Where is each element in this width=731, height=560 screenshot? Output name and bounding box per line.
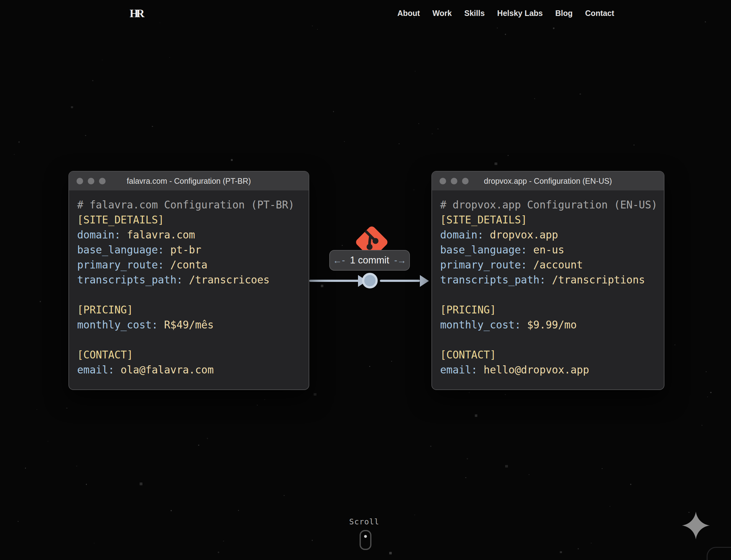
star-dot [560,551,562,553]
window-maximize-button[interactable] [99,178,106,184]
star-dot [465,477,466,478]
code-line-section: [PRICING] [77,303,301,317]
traffic-lights [439,178,468,184]
connector-line-right [380,280,420,282]
star-dot [578,548,579,549]
star-dot [468,392,469,393]
window-titlebar[interactable]: dropvox.app - Configuration (EN-US) [432,172,664,191]
code-value: /conta [170,259,208,271]
mouse-scroll-icon [360,530,371,550]
code-line: monthly_cost:R$49/mês [77,317,301,333]
star-dot [505,34,506,35]
navbar: HR About Work Skills Helsky Labs Blog Co… [0,0,731,29]
nav-item-blog[interactable]: Blog [555,9,573,18]
code-line-blank [440,333,656,347]
commit-node-icon [362,273,378,288]
star-dot [494,163,497,165]
star-dot [257,405,258,406]
star-dot [710,392,711,393]
star-dot [94,543,95,544]
star-dot [391,361,392,362]
window-close-button[interactable] [439,178,446,184]
star-dot [630,484,631,485]
code-value: /account [533,259,583,271]
star-dot [223,541,224,542]
code-line-blank [440,287,656,303]
code-line: domain:falavra.com [77,227,301,243]
star-dot [706,371,707,372]
star-dot [264,399,265,400]
code-line: monthly_cost:$9.99/mo [440,317,656,333]
code-key: primary_route: [77,259,164,271]
code-value: ola@falavra.com [121,364,214,376]
code-value: falavra.com [127,229,195,241]
star-dot [579,93,581,95]
code-section: [PRICING] [440,304,496,316]
commit-right-arrow-icon: -→ [394,255,406,266]
window-minimize-button[interactable] [88,178,94,184]
nav-item-work[interactable]: Work [432,9,452,18]
star-dot [342,245,343,246]
star-dot [18,141,20,143]
code-line: base_language:en-us [440,243,656,257]
star-dot [528,474,529,475]
code-key: primary_route: [440,259,527,271]
traffic-lights [77,178,106,184]
sparkle-icon[interactable] [681,511,711,540]
star-dot [169,57,170,58]
site-logo[interactable]: HR [130,7,143,20]
window-minimize-button[interactable] [451,178,457,184]
star-dot [389,552,392,554]
code-section: [SITE_DETAILS] [77,214,164,226]
star-dot [86,484,87,485]
code-line: email:ola@falavra.com [77,363,301,377]
terminal-window-pt-br: falavra.com - Configuration (PT-BR) # fa… [68,171,309,390]
star-dot [602,468,603,469]
code-key: domain: [440,229,483,241]
nav-item-helsky-labs[interactable]: Helsky Labs [497,9,543,18]
code-key: email: [440,364,477,376]
code-key: transcripts_path: [440,274,546,286]
window-maximize-button[interactable] [462,178,468,184]
window-close-button[interactable] [77,178,83,184]
code-key: monthly_cost: [77,319,158,331]
star-dot [508,155,508,156]
star-dot [284,495,285,496]
star-dot [92,80,93,81]
window-titlebar[interactable]: falavra.com - Configuration (PT-BR) [69,172,309,191]
code-line-section: [PRICING] [440,303,656,317]
code-section: [CONTACT] [77,349,133,361]
code-line: base_language:pt-br [77,243,301,257]
code-value: $9.99/mo [527,319,577,331]
nav-item-contact[interactable]: Contact [585,9,614,18]
star-dot [76,466,77,466]
code-key: transcripts_path: [77,274,183,286]
code-line-section: [SITE_DETAILS] [77,213,301,227]
nav-item-skills[interactable]: Skills [464,9,484,18]
commit-count-button[interactable]: ←- 1 commit -→ [329,250,410,271]
star-dot [18,521,19,522]
config-code-block: # falavra.com Configuration (PT-BR) [SIT… [69,191,309,384]
config-code-block: # dropvox.app Configuration (EN-US) [SIT… [432,191,664,384]
star-dot [207,438,208,439]
code-comment: # falavra.com Configuration (PT-BR) [77,199,294,211]
arrowhead-right-icon [420,275,429,287]
commit-left-arrow-icon: ←- [333,255,345,266]
code-key: email: [77,364,114,376]
code-value: /transcriptions [552,274,645,286]
nav-item-about[interactable]: About [397,9,420,18]
star-dot [414,514,415,515]
star-dot [48,441,48,442]
code-line-section: [CONTACT] [440,347,656,363]
code-key: base_language: [77,244,164,256]
star-dot [333,111,334,112]
star-dot [321,285,323,287]
star-dot [198,445,199,446]
star-dot [152,126,153,127]
star-dot [413,189,414,190]
star-dot [40,301,41,302]
connector-line-left [309,280,359,282]
code-line: transcripts_path:/transcriptions [440,273,656,287]
code-value: R$49/mês [164,319,214,331]
star-dot [140,483,143,485]
